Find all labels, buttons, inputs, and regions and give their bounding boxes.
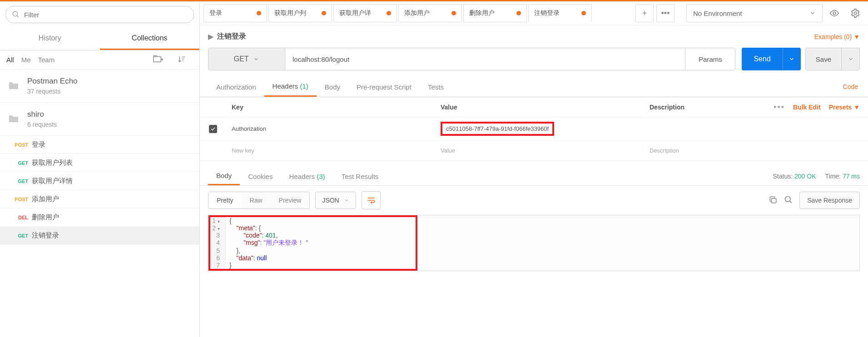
request-tab[interactable]: 获取用户详 bbox=[333, 4, 397, 22]
tab-label: 获取用户详 bbox=[339, 9, 371, 17]
code-link[interactable]: Code bbox=[843, 83, 860, 90]
resp-tab-body[interactable]: Body bbox=[208, 167, 240, 185]
filter-input[interactable] bbox=[5, 6, 194, 23]
view-raw[interactable]: Raw bbox=[242, 192, 271, 208]
tab-collections[interactable]: Collections bbox=[100, 28, 200, 50]
url-input[interactable] bbox=[285, 48, 685, 70]
presets-dropdown[interactable]: Presets ▼ bbox=[829, 104, 860, 111]
unsaved-dot-icon bbox=[516, 11, 521, 15]
request-name: 获取用户详情 bbox=[32, 177, 73, 185]
chevron-down-icon bbox=[253, 56, 259, 62]
request-tab[interactable]: 获取用户列 bbox=[268, 4, 332, 22]
status-label: Status: bbox=[773, 173, 793, 180]
send-button[interactable]: Send bbox=[742, 48, 800, 70]
request-item[interactable]: DEL删除用户 bbox=[0, 208, 199, 227]
svg-point-9 bbox=[833, 12, 836, 15]
status-value: 200 OK bbox=[794, 173, 816, 180]
response-body[interactable]: 1 ▾{2 ▾ "meta": {3 "code": 401,4 "msg": … bbox=[208, 215, 860, 271]
method-badge: GET bbox=[5, 178, 28, 184]
collection-item[interactable]: shiro 6 requests bbox=[0, 103, 199, 136]
send-dropdown-icon[interactable] bbox=[783, 48, 801, 70]
tab-history[interactable]: History bbox=[0, 28, 100, 50]
expand-caret-icon[interactable]: ▶ bbox=[208, 32, 213, 41]
header-new-desc[interactable]: Description bbox=[644, 143, 750, 159]
wrap-toggle[interactable] bbox=[362, 191, 381, 209]
scope-team[interactable]: Team bbox=[38, 56, 55, 64]
header-new-value[interactable]: Value bbox=[435, 143, 644, 159]
scope-me[interactable]: Me bbox=[21, 56, 31, 64]
request-tab[interactable]: 删除用户 bbox=[463, 4, 527, 22]
request-name: 删除用户 bbox=[32, 213, 59, 222]
request-tab[interactable]: 登录 bbox=[203, 4, 267, 22]
tab-more-button[interactable]: ••• bbox=[656, 4, 675, 22]
svg-point-0 bbox=[13, 11, 18, 16]
view-preview[interactable]: Preview bbox=[271, 192, 310, 208]
req-tab-prerequest[interactable]: Pre-request Script bbox=[348, 78, 420, 96]
environment-label: No Environment bbox=[693, 10, 742, 17]
scope-all[interactable]: All bbox=[6, 56, 14, 64]
request-item[interactable]: GET注销登录 bbox=[0, 227, 199, 245]
header-col-key: Key bbox=[226, 99, 435, 115]
examples-dropdown[interactable]: Examples (0) ▼ bbox=[814, 33, 860, 40]
main-area: 登录获取用户列获取用户详添加用户删除用户注销登录 + ••• No Enviro… bbox=[200, 1, 868, 337]
request-item[interactable]: POST添加用户 bbox=[0, 190, 199, 208]
svg-line-1 bbox=[17, 15, 19, 17]
new-collection-icon[interactable] bbox=[153, 55, 163, 64]
params-button[interactable]: Params bbox=[685, 48, 735, 70]
view-pretty[interactable]: Pretty bbox=[208, 192, 242, 208]
request-title: 注销登录 bbox=[217, 32, 246, 41]
tab-label: 登录 bbox=[209, 9, 222, 17]
more-icon[interactable]: ••• bbox=[774, 102, 785, 112]
unsaved-dot-icon bbox=[387, 11, 391, 15]
header-value-cell[interactable]: c5011058-7ff7-479a-91fd-f066fe33960f bbox=[435, 117, 644, 140]
req-tab-tests[interactable]: Tests bbox=[420, 78, 452, 96]
request-item[interactable]: GET获取用户列表 bbox=[0, 154, 199, 172]
header-col-desc: Description bbox=[644, 99, 750, 115]
resp-tab-headers[interactable]: Headers (3) bbox=[281, 168, 333, 185]
request-name: 添加用户 bbox=[32, 195, 59, 203]
save-dropdown-icon[interactable] bbox=[841, 48, 859, 70]
collection-item[interactable]: Postman Echo 37 requests bbox=[0, 69, 199, 103]
save-response-button[interactable]: Save Response bbox=[799, 192, 860, 209]
chevron-down-icon bbox=[344, 198, 349, 203]
request-tab[interactable]: 注销登录 bbox=[528, 4, 592, 22]
collection-sub: 6 requests bbox=[27, 121, 57, 128]
method-label: GET bbox=[234, 55, 249, 63]
save-button[interactable]: Save bbox=[805, 48, 860, 70]
request-name: 注销登录 bbox=[32, 231, 59, 240]
request-item[interactable]: POST登录 bbox=[0, 136, 199, 154]
env-quick-look-icon[interactable] bbox=[825, 4, 843, 22]
search-response-icon[interactable] bbox=[784, 195, 793, 206]
method-badge: GET bbox=[5, 233, 28, 238]
request-item[interactable]: GET获取用户详情 bbox=[0, 172, 199, 190]
header-checkbox[interactable] bbox=[209, 125, 217, 133]
collection-name: shiro bbox=[27, 110, 57, 119]
format-select[interactable]: JSON bbox=[315, 192, 356, 209]
search-icon bbox=[12, 10, 20, 19]
header-new-key[interactable]: New key bbox=[226, 143, 435, 159]
copy-icon[interactable] bbox=[769, 195, 778, 206]
tab-label: 添加用户 bbox=[404, 9, 430, 17]
header-desc-cell[interactable] bbox=[644, 124, 750, 134]
method-select[interactable]: GET bbox=[208, 48, 285, 70]
bulk-edit-link[interactable]: Bulk Edit bbox=[793, 104, 821, 111]
resp-tab-cookies[interactable]: Cookies bbox=[240, 168, 281, 185]
request-name: 获取用户列表 bbox=[32, 159, 73, 167]
header-key-cell[interactable]: Authorization bbox=[226, 121, 435, 137]
unsaved-dot-icon bbox=[322, 11, 326, 15]
resp-tab-testresults[interactable]: Test Results bbox=[333, 168, 387, 185]
request-tab[interactable]: 添加用户 bbox=[398, 4, 462, 22]
svg-point-13 bbox=[785, 196, 791, 202]
tab-label: 获取用户列 bbox=[274, 9, 306, 17]
environment-select[interactable]: No Environment bbox=[686, 4, 823, 22]
chevron-down-icon bbox=[809, 10, 816, 16]
req-tab-authorization[interactable]: Authorization bbox=[208, 78, 264, 96]
sidebar: History Collections All Me Team Postman … bbox=[0, 1, 200, 337]
settings-icon[interactable] bbox=[846, 4, 864, 22]
tab-label: 注销登录 bbox=[534, 9, 560, 17]
req-tab-body[interactable]: Body bbox=[317, 78, 348, 96]
tab-label: 删除用户 bbox=[469, 9, 495, 17]
sort-icon[interactable] bbox=[178, 55, 186, 64]
req-tab-headers[interactable]: Headers (1) bbox=[264, 77, 317, 97]
tab-add-button[interactable]: + bbox=[635, 4, 654, 22]
